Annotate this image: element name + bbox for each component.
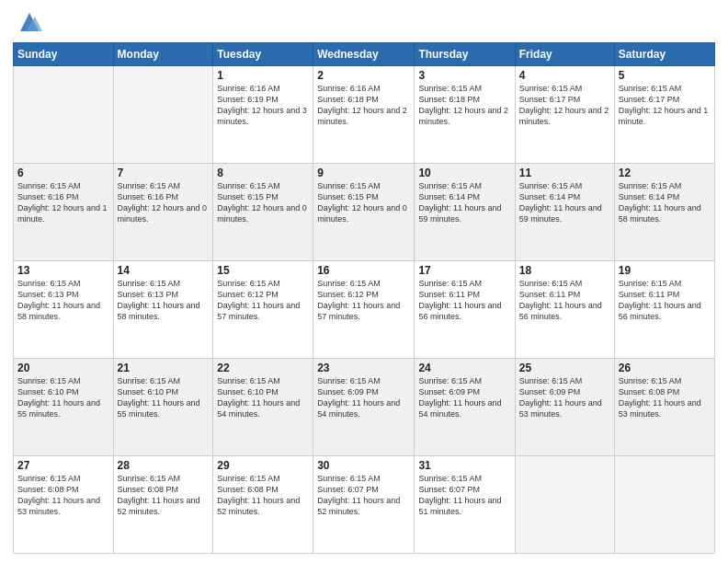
day-of-week-header: Friday — [515, 43, 614, 66]
day-info: Sunrise: 6:15 AMSunset: 6:09 PMDaylight:… — [519, 375, 610, 420]
day-of-week-header: Monday — [113, 43, 213, 66]
day-info: Sunrise: 6:15 AMSunset: 6:18 PMDaylight:… — [418, 83, 510, 128]
day-number: 18 — [519, 264, 610, 277]
day-number: 5 — [619, 69, 711, 82]
day-info: Sunrise: 6:15 AMSunset: 6:08 PMDaylight:… — [17, 473, 109, 518]
day-number: 1 — [217, 69, 309, 82]
day-number: 20 — [17, 362, 109, 374]
day-number: 28 — [118, 459, 210, 472]
calendar-day-cell: 7Sunrise: 6:15 AMSunset: 6:16 PMDaylight… — [113, 164, 213, 261]
calendar-day-cell: 15Sunrise: 6:15 AMSunset: 6:12 PMDayligh… — [213, 261, 313, 359]
day-info: Sunrise: 6:15 AMSunset: 6:17 PMDaylight:… — [519, 83, 610, 128]
day-number: 4 — [519, 69, 610, 82]
day-number: 21 — [118, 362, 210, 374]
day-number: 10 — [418, 167, 510, 179]
calendar-day-cell: 16Sunrise: 6:15 AMSunset: 6:12 PMDayligh… — [313, 261, 415, 359]
day-info: Sunrise: 6:15 AMSunset: 6:08 PMDaylight:… — [217, 473, 309, 518]
calendar-week-row: 13Sunrise: 6:15 AMSunset: 6:13 PMDayligh… — [14, 261, 715, 359]
day-number: 17 — [418, 264, 510, 277]
day-number: 23 — [317, 362, 410, 374]
day-number: 9 — [317, 167, 410, 179]
calendar-day-cell: 17Sunrise: 6:15 AMSunset: 6:11 PMDayligh… — [415, 261, 515, 359]
day-info: Sunrise: 6:15 AMSunset: 6:15 PMDaylight:… — [317, 180, 410, 225]
day-number: 8 — [217, 167, 309, 179]
day-of-week-header: Wednesday — [313, 43, 415, 66]
day-number: 11 — [519, 167, 610, 179]
calendar-day-cell: 11Sunrise: 6:15 AMSunset: 6:14 PMDayligh… — [515, 164, 614, 261]
day-number: 14 — [118, 264, 210, 277]
page: SundayMondayTuesdayWednesdayThursdayFrid… — [0, 0, 728, 563]
day-number: 15 — [217, 264, 309, 277]
day-info: Sunrise: 6:15 AMSunset: 6:14 PMDaylight:… — [519, 180, 610, 225]
day-info: Sunrise: 6:15 AMSunset: 6:08 PMDaylight:… — [118, 473, 210, 518]
day-info: Sunrise: 6:15 AMSunset: 6:10 PMDaylight:… — [17, 375, 109, 420]
calendar-day-cell — [14, 66, 114, 164]
calendar-day-cell: 24Sunrise: 6:15 AMSunset: 6:09 PMDayligh… — [415, 359, 515, 456]
calendar-header-row: SundayMondayTuesdayWednesdayThursdayFrid… — [14, 43, 715, 66]
calendar-day-cell: 9Sunrise: 6:15 AMSunset: 6:15 PMDaylight… — [313, 164, 415, 261]
day-of-week-header: Thursday — [415, 43, 515, 66]
day-info: Sunrise: 6:15 AMSunset: 6:11 PMDaylight:… — [519, 278, 610, 323]
calendar-day-cell — [113, 66, 213, 164]
day-info: Sunrise: 6:15 AMSunset: 6:09 PMDaylight:… — [317, 375, 410, 420]
calendar-table: SundayMondayTuesdayWednesdayThursdayFrid… — [13, 42, 715, 554]
calendar-day-cell: 21Sunrise: 6:15 AMSunset: 6:10 PMDayligh… — [113, 359, 213, 456]
day-info: Sunrise: 6:15 AMSunset: 6:16 PMDaylight:… — [17, 180, 109, 225]
calendar-day-cell: 19Sunrise: 6:15 AMSunset: 6:11 PMDayligh… — [614, 261, 714, 359]
day-of-week-header: Saturday — [614, 43, 714, 66]
day-info: Sunrise: 6:15 AMSunset: 6:15 PMDaylight:… — [217, 180, 309, 225]
calendar-day-cell: 25Sunrise: 6:15 AMSunset: 6:09 PMDayligh… — [515, 359, 614, 456]
day-number: 31 — [418, 459, 510, 472]
day-number: 19 — [619, 264, 711, 277]
day-number: 24 — [418, 362, 510, 374]
day-info: Sunrise: 6:15 AMSunset: 6:14 PMDaylight:… — [619, 180, 711, 225]
day-info: Sunrise: 6:15 AMSunset: 6:13 PMDaylight:… — [118, 278, 210, 323]
calendar-day-cell: 30Sunrise: 6:15 AMSunset: 6:07 PMDayligh… — [313, 456, 415, 554]
calendar-day-cell: 14Sunrise: 6:15 AMSunset: 6:13 PMDayligh… — [113, 261, 213, 359]
day-info: Sunrise: 6:15 AMSunset: 6:10 PMDaylight:… — [118, 375, 210, 420]
day-number: 12 — [619, 167, 711, 179]
calendar-day-cell: 1Sunrise: 6:16 AMSunset: 6:19 PMDaylight… — [213, 66, 313, 164]
day-of-week-header: Tuesday — [213, 43, 313, 66]
day-of-week-header: Sunday — [14, 43, 114, 66]
day-number: 22 — [217, 362, 309, 374]
calendar-week-row: 6Sunrise: 6:15 AMSunset: 6:16 PMDaylight… — [14, 164, 715, 261]
day-info: Sunrise: 6:15 AMSunset: 6:12 PMDaylight:… — [317, 278, 410, 323]
calendar-day-cell: 4Sunrise: 6:15 AMSunset: 6:17 PMDaylight… — [515, 66, 614, 164]
day-number: 26 — [619, 362, 711, 374]
calendar-day-cell: 6Sunrise: 6:15 AMSunset: 6:16 PMDaylight… — [14, 164, 114, 261]
day-number: 2 — [317, 69, 410, 82]
day-info: Sunrise: 6:15 AMSunset: 6:08 PMDaylight:… — [619, 375, 711, 420]
calendar-day-cell: 28Sunrise: 6:15 AMSunset: 6:08 PMDayligh… — [113, 456, 213, 554]
calendar-week-row: 1Sunrise: 6:16 AMSunset: 6:19 PMDaylight… — [14, 66, 715, 164]
calendar-week-row: 20Sunrise: 6:15 AMSunset: 6:10 PMDayligh… — [14, 359, 715, 456]
calendar-day-cell: 27Sunrise: 6:15 AMSunset: 6:08 PMDayligh… — [14, 456, 114, 554]
day-number: 13 — [17, 264, 109, 277]
logo-icon — [17, 9, 42, 35]
day-number: 16 — [317, 264, 410, 277]
day-info: Sunrise: 6:16 AMSunset: 6:18 PMDaylight:… — [317, 83, 410, 128]
day-info: Sunrise: 6:16 AMSunset: 6:19 PMDaylight:… — [217, 83, 309, 128]
calendar-day-cell: 13Sunrise: 6:15 AMSunset: 6:13 PMDayligh… — [14, 261, 114, 359]
calendar-day-cell: 26Sunrise: 6:15 AMSunset: 6:08 PMDayligh… — [614, 359, 714, 456]
calendar-day-cell: 10Sunrise: 6:15 AMSunset: 6:14 PMDayligh… — [415, 164, 515, 261]
day-number: 7 — [118, 167, 210, 179]
calendar-day-cell: 22Sunrise: 6:15 AMSunset: 6:10 PMDayligh… — [213, 359, 313, 456]
day-info: Sunrise: 6:15 AMSunset: 6:17 PMDaylight:… — [619, 83, 711, 128]
calendar-day-cell: 31Sunrise: 6:15 AMSunset: 6:07 PMDayligh… — [415, 456, 515, 554]
day-number: 27 — [17, 459, 109, 472]
day-number: 25 — [519, 362, 610, 374]
calendar-day-cell: 29Sunrise: 6:15 AMSunset: 6:08 PMDayligh… — [213, 456, 313, 554]
day-info: Sunrise: 6:15 AMSunset: 6:16 PMDaylight:… — [118, 180, 210, 225]
calendar-day-cell: 12Sunrise: 6:15 AMSunset: 6:14 PMDayligh… — [614, 164, 714, 261]
calendar-day-cell — [614, 456, 714, 554]
calendar-day-cell: 5Sunrise: 6:15 AMSunset: 6:17 PMDaylight… — [614, 66, 714, 164]
logo — [13, 9, 42, 35]
day-info: Sunrise: 6:15 AMSunset: 6:11 PMDaylight:… — [418, 278, 510, 323]
calendar-day-cell — [515, 456, 614, 554]
day-number: 29 — [217, 459, 309, 472]
day-number: 30 — [317, 459, 410, 472]
day-info: Sunrise: 6:15 AMSunset: 6:07 PMDaylight:… — [317, 473, 410, 518]
day-info: Sunrise: 6:15 AMSunset: 6:12 PMDaylight:… — [217, 278, 309, 323]
day-info: Sunrise: 6:15 AMSunset: 6:11 PMDaylight:… — [619, 278, 711, 323]
